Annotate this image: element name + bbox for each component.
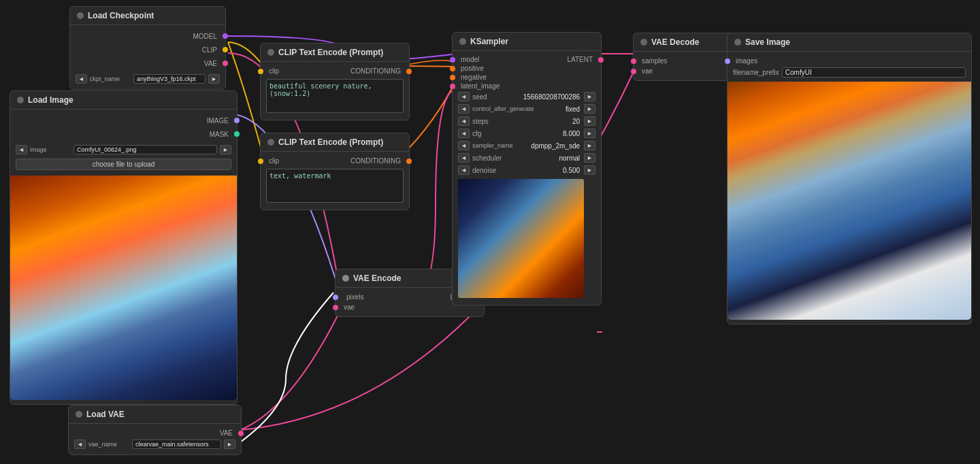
clip-output-row: CLIP bbox=[70, 43, 225, 56]
latent-image-label: latent_image bbox=[455, 82, 505, 90]
node-status-dot bbox=[734, 39, 741, 46]
latent-output-dot-k[interactable] bbox=[598, 57, 604, 63]
ckpt-value[interactable]: anythingV3_fp16.ckpt bbox=[133, 74, 206, 84]
image-next-btn[interactable]: ► bbox=[220, 145, 231, 154]
load-image-header: Load Image bbox=[10, 91, 237, 110]
seed-next[interactable]: ► bbox=[584, 92, 595, 101]
choose-file-btn[interactable]: choose file to upload bbox=[16, 159, 231, 170]
seed-label: seed bbox=[472, 93, 513, 101]
vae-name-label: vae_name bbox=[88, 441, 129, 448]
model-port-dot[interactable] bbox=[223, 33, 228, 39]
ctrl-label: control_after_generate bbox=[472, 105, 534, 112]
cfg-row: ◄ cfg 8.000 ► bbox=[453, 127, 601, 139]
samples-input-dot[interactable] bbox=[631, 59, 636, 64]
node-body: clip CONDITIONING beautiful scenery natu… bbox=[261, 62, 409, 120]
mask-output-row: MASK bbox=[10, 127, 237, 141]
ckpt-prev-btn[interactable]: ◄ bbox=[76, 74, 87, 84]
seed-prev[interactable]: ◄ bbox=[458, 92, 470, 101]
vae-port-dot[interactable] bbox=[223, 61, 228, 66]
filename-row: filename_prefix ComfyUI bbox=[728, 66, 971, 79]
cfg-prev[interactable]: ◄ bbox=[458, 129, 470, 138]
image-label: image bbox=[30, 146, 71, 153]
ckpt-field-row: ◄ ckpt_name anythingV3_fp16.ckpt ► bbox=[70, 73, 225, 85]
conditioning-output-dot[interactable] bbox=[406, 69, 412, 74]
sched-prev[interactable]: ◄ bbox=[458, 153, 470, 163]
vae-name-row: ◄ vae_name clearvae_main.safetensors ► bbox=[69, 438, 241, 450]
filename-value[interactable]: ComfyUI bbox=[782, 67, 966, 78]
node-title: CLIP Text Encode (Prompt) bbox=[278, 137, 383, 147]
images-input-dot[interactable] bbox=[725, 59, 730, 64]
clip-input-label-2: clip bbox=[263, 157, 284, 165]
clip-input-dot[interactable] bbox=[258, 69, 263, 74]
conditioning-output-dot-2[interactable] bbox=[406, 159, 412, 164]
vae-prev-btn[interactable]: ◄ bbox=[74, 440, 86, 449]
image-value[interactable]: ComfyUI_00624_.png bbox=[74, 145, 217, 154]
mask-port-dot[interactable] bbox=[234, 131, 240, 137]
vae-input-dot[interactable] bbox=[333, 305, 338, 310]
denoise-prev[interactable]: ◄ bbox=[458, 165, 470, 175]
denoise-next[interactable]: ► bbox=[584, 165, 595, 175]
node-body: IMAGE MASK ◄ image ComfyUI_00624_.png ► … bbox=[10, 110, 237, 404]
ctrl-value: fixed bbox=[536, 105, 581, 113]
vae-port-label: VAE bbox=[199, 60, 223, 67]
model-port-label: MODEL bbox=[187, 33, 223, 40]
node-body: VAE ◄ vae_name clearvae_main.safetensors… bbox=[69, 424, 241, 454]
ctrl-next[interactable]: ► bbox=[584, 104, 595, 114]
clip-port-dot[interactable] bbox=[223, 47, 228, 52]
vae-output-dot[interactable] bbox=[238, 431, 244, 436]
ksampler-header: KSampler bbox=[453, 33, 601, 51]
vae-next-btn[interactable]: ► bbox=[224, 440, 235, 449]
node-status-dot bbox=[267, 49, 274, 56]
load-image-node: Load Image IMAGE MASK ◄ image ComfyUI_00… bbox=[10, 90, 238, 405]
node-status-dot bbox=[459, 38, 466, 45]
model-input-dot[interactable] bbox=[450, 57, 455, 63]
ksampler-node: KSampler model LATENT positive bbox=[452, 32, 602, 305]
ctrl-prev[interactable]: ◄ bbox=[458, 104, 470, 114]
node-status-dot bbox=[17, 97, 24, 103]
latent-output-label-k: LATENT bbox=[561, 56, 598, 63]
load-image-preview bbox=[10, 176, 237, 400]
prompt-text-1[interactable]: beautiful scenery nature, (snow:1.2) bbox=[266, 79, 404, 113]
steps-next[interactable]: ► bbox=[584, 116, 595, 126]
sched-label: scheduler bbox=[472, 154, 513, 162]
save-image-preview bbox=[728, 82, 971, 320]
ckpt-next-btn[interactable]: ► bbox=[208, 74, 220, 84]
node-title: CLIP Text Encode (Prompt) bbox=[278, 48, 383, 57]
vae-name-value[interactable]: clearvae_main.safetensors bbox=[132, 440, 221, 449]
image-port-label: IMAGE bbox=[201, 117, 234, 125]
vae-input-dot-decode[interactable] bbox=[631, 69, 636, 74]
node-title: VAE Encode bbox=[353, 274, 401, 283]
prompt-text-2[interactable]: text, watermark bbox=[266, 169, 404, 203]
latent-image-input-dot[interactable] bbox=[450, 84, 455, 89]
clip-encode-1-header: CLIP Text Encode (Prompt) bbox=[261, 44, 409, 62]
positive-input-dot[interactable] bbox=[450, 66, 455, 71]
sampler-prev[interactable]: ◄ bbox=[458, 141, 470, 150]
node-body: model LATENT positive negative latent_ bbox=[453, 51, 601, 305]
ksampler-preview bbox=[458, 179, 584, 298]
clip-input-dot-2[interactable] bbox=[258, 159, 263, 164]
save-image-node: Save Image images filename_prefix ComfyU… bbox=[727, 33, 972, 325]
steps-row: ◄ steps 20 ► bbox=[453, 115, 601, 127]
node-header: Load Checkpoint bbox=[70, 7, 225, 25]
cfg-label: cfg bbox=[472, 130, 513, 137]
conditioning-output-label: CONDITIONING bbox=[345, 67, 406, 75]
control-row: ◄ control_after_generate fixed ► bbox=[453, 103, 601, 115]
image-port-dot[interactable] bbox=[234, 118, 240, 123]
pixels-input-dot[interactable] bbox=[333, 295, 338, 300]
sampler-next[interactable]: ► bbox=[584, 141, 595, 150]
clip-encode-2-header: CLIP Text Encode (Prompt) bbox=[261, 133, 409, 152]
model-output-row: MODEL bbox=[70, 29, 225, 43]
node-status-dot bbox=[77, 12, 84, 19]
sched-next[interactable]: ► bbox=[584, 153, 595, 163]
load-vae-header: Load VAE bbox=[69, 405, 241, 424]
node-status-dot bbox=[342, 275, 349, 282]
node-status-dot bbox=[76, 411, 82, 418]
steps-prev[interactable]: ◄ bbox=[458, 116, 470, 126]
negative-input-dot[interactable] bbox=[450, 75, 455, 80]
steps-value: 20 bbox=[516, 118, 581, 125]
seed-value: 156680208700286 bbox=[516, 93, 581, 101]
vae-label: vae bbox=[338, 303, 360, 311]
cfg-next[interactable]: ► bbox=[584, 129, 595, 138]
images-label: images bbox=[730, 57, 763, 65]
image-prev-btn[interactable]: ◄ bbox=[16, 145, 27, 154]
